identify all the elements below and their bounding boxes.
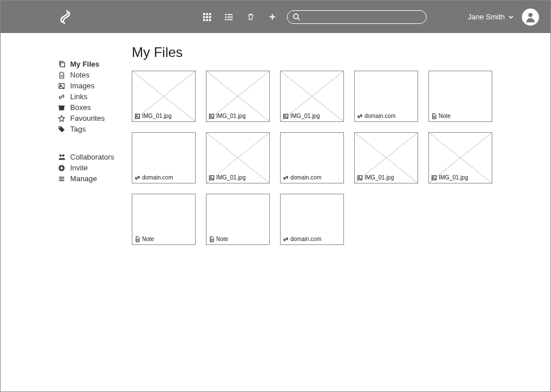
file-name: domain.com (290, 174, 321, 181)
svg-point-16 (528, 13, 532, 17)
sidebar-item-label: Images (70, 81, 95, 90)
file-icon (58, 71, 66, 79)
file-label: domain.com (135, 174, 173, 181)
sidebar-item-notes[interactable]: Notes (58, 70, 132, 80)
svg-point-37 (285, 115, 286, 116)
image-icon (135, 113, 140, 119)
file-tile[interactable]: Note (206, 194, 270, 245)
file-name: IMG_01.jpg (364, 174, 394, 181)
sidebar-item-label: Links (70, 92, 87, 101)
link-icon (58, 93, 66, 101)
file-grid: IMG_01.jpgIMG_01.jpgIMG_01.jpgdomain.com… (132, 71, 539, 245)
svg-rect-21 (59, 105, 65, 107)
sidebar-item-tags[interactable]: Tags (58, 124, 132, 134)
svg-point-24 (62, 154, 64, 157)
svg-rect-14 (227, 19, 233, 20)
file-tile[interactable]: IMG_01.jpg (428, 132, 492, 183)
content-area: My FilesNotesImagesLinksBoxesFavouritesT… (1, 33, 550, 391)
list-view-icon[interactable] (224, 13, 233, 22)
svg-point-49 (433, 177, 434, 178)
sidebar-admin-collaborators[interactable]: Collaborators (58, 152, 132, 162)
file-name: Note (216, 236, 228, 242)
link-icon (283, 175, 289, 181)
user-name-label: Jane Smith (468, 13, 505, 21)
sidebar-item-label: Favourites (70, 114, 105, 122)
svg-rect-0 (203, 13, 205, 15)
file-name: domain.com (364, 113, 395, 119)
note-icon (209, 236, 214, 242)
file-tile[interactable]: Note (428, 71, 492, 122)
image-icon (58, 82, 66, 90)
svg-rect-6 (203, 19, 205, 21)
svg-rect-5 (209, 16, 212, 18)
svg-rect-8 (209, 19, 212, 21)
file-tile[interactable]: IMG_01.jpg (206, 71, 270, 122)
file-label: domain.com (283, 174, 321, 181)
file-tile[interactable]: domain.com (280, 132, 344, 183)
svg-rect-7 (206, 19, 208, 21)
file-label: domain.com (357, 113, 395, 119)
sidebar-admin-invite[interactable]: Invite (58, 162, 132, 173)
svg-rect-20 (59, 106, 64, 110)
svg-rect-1 (206, 13, 208, 15)
file-tile[interactable]: IMG_01.jpg (280, 71, 344, 122)
file-tile[interactable]: Note (132, 194, 196, 245)
list-icon (58, 175, 66, 183)
file-label: Note (431, 113, 451, 119)
file-name: domain.com (290, 236, 321, 242)
sidebar-item-links[interactable]: Links (58, 91, 132, 102)
grid-view-icon[interactable] (202, 13, 212, 22)
sidebar-item-label: Collaborators (70, 153, 114, 161)
star-icon (58, 115, 66, 122)
svg-point-22 (59, 127, 60, 128)
sidebar-admin: CollaboratorsInviteManage (58, 152, 132, 184)
file-label: domain.com (283, 236, 321, 242)
users-icon (58, 153, 66, 161)
sidebar-item-label: Notes (70, 71, 90, 79)
sidebar-item-label: Manage (70, 174, 97, 183)
note-icon (431, 113, 437, 119)
sidebar-item-favourites[interactable]: Favourites (58, 113, 132, 124)
sidebar-item-my-files[interactable]: My Files (58, 59, 132, 70)
file-tile[interactable]: IMG_01.jpg (206, 132, 270, 183)
file-tile[interactable]: domain.com (280, 194, 344, 245)
file-label: IMG_01.jpg (209, 174, 246, 181)
file-name: domain.com (142, 174, 173, 181)
user-menu[interactable]: Jane Smith (468, 9, 539, 26)
trash-icon[interactable] (246, 13, 255, 22)
svg-point-19 (60, 84, 62, 85)
file-tile[interactable]: IMG_01.jpg (354, 132, 418, 183)
file-name: IMG_01.jpg (216, 174, 246, 181)
svg-point-23 (59, 154, 62, 157)
sidebar-item-label: Boxes (70, 103, 91, 112)
plus-circle-icon (58, 164, 66, 172)
view-toolbar (202, 13, 277, 22)
image-icon (209, 113, 214, 119)
sidebar-item-images[interactable]: Images (58, 80, 132, 91)
app-logo[interactable] (58, 10, 71, 24)
file-tile[interactable]: IMG_01.jpg (132, 71, 196, 122)
page-title: My Files (132, 44, 539, 60)
svg-rect-3 (203, 16, 205, 18)
image-icon (357, 175, 363, 181)
svg-point-45 (359, 177, 360, 178)
file-label: IMG_01.jpg (283, 113, 320, 119)
svg-rect-17 (60, 63, 64, 67)
file-label: IMG_01.jpg (209, 113, 246, 119)
file-tile[interactable]: domain.com (354, 71, 418, 122)
file-name: Note (439, 113, 451, 119)
file-tile[interactable]: domain.com (132, 132, 196, 183)
search-input[interactable] (287, 10, 427, 24)
sidebar-item-label: Invite (70, 164, 88, 172)
avatar (522, 9, 539, 26)
add-icon[interactable] (268, 13, 277, 22)
top-bar: Jane Smith (1, 1, 550, 33)
svg-point-33 (210, 115, 212, 116)
sidebar-item-label: My Files (70, 60, 99, 68)
sidebar-item-boxes[interactable]: Boxes (58, 102, 132, 113)
box-icon (58, 104, 66, 112)
svg-rect-4 (206, 16, 208, 18)
sidebar-admin-manage[interactable]: Manage (58, 173, 132, 184)
link-icon (357, 113, 363, 119)
search-wrap (287, 10, 427, 24)
